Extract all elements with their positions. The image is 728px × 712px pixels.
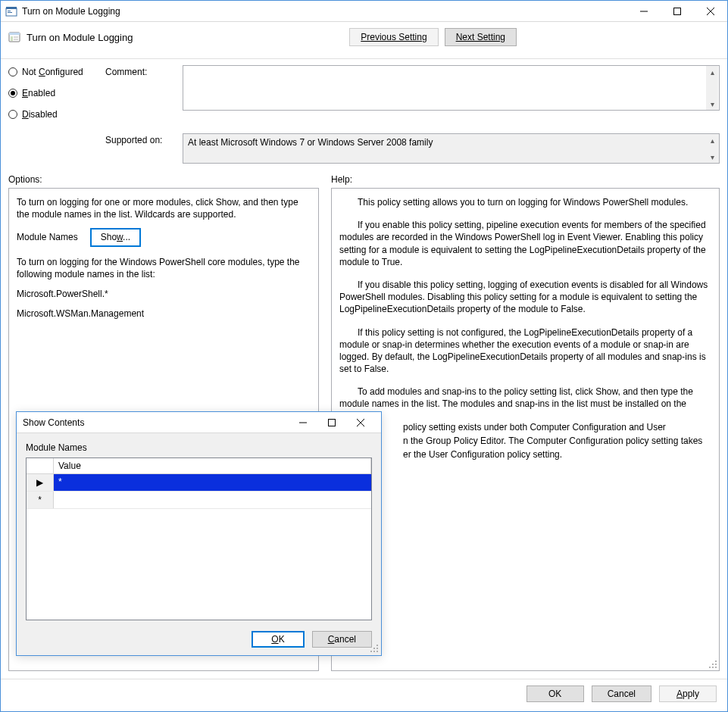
dialog-window-controls (289, 412, 375, 433)
titlebar-text: Turn on Module Logging (22, 6, 627, 17)
comment-label: Comment: (105, 65, 169, 120)
dialog-footer-main: OK Cancel Apply (1, 679, 727, 711)
supported-scrollbar[interactable]: ▴ ▾ (706, 134, 718, 163)
grid-row-marker[interactable]: * (27, 492, 54, 508)
grid-value-cell[interactable] (54, 492, 371, 508)
options-p2: To turn on logging for the Windows Power… (17, 256, 311, 280)
section-labels: Options: Help: (1, 171, 727, 188)
help-p7: n the Group Policy Editor. The Computer … (339, 435, 711, 447)
help-p3: If you disable this policy setting, logg… (339, 279, 711, 316)
state-radios: Not Configured Enabled Disabled (8, 65, 92, 120)
show-button[interactable]: Show... (90, 228, 141, 246)
main-apply-button: Apply (659, 685, 717, 702)
svg-rect-10 (11, 36, 13, 41)
dialog-body: Module Names Value ▶** (17, 433, 381, 625)
svg-rect-1 (6, 7, 17, 9)
comment-scrollbar[interactable]: ▴ ▾ (706, 66, 718, 110)
options-p3: Microsoft.PowerShell.* (17, 288, 311, 300)
svg-rect-12 (14, 39, 18, 40)
radio-disabled[interactable]: Disabled (8, 109, 92, 120)
supported-row: Supported on: At least Microsoft Windows… (8, 133, 720, 164)
svg-point-17 (712, 667, 714, 668)
window-controls (627, 1, 727, 21)
radio-icon (8, 67, 17, 77)
help-p4: If this policy setting is not configured… (339, 326, 711, 376)
radio-icon (8, 110, 17, 119)
policy-icon (8, 31, 20, 43)
radio-not-configured[interactable]: Not Configured (8, 67, 92, 77)
svg-rect-5 (674, 8, 681, 14)
policy-header: Turn on Module Logging Previous Setting … (1, 22, 727, 59)
dialog-ok-button[interactable]: OK (252, 631, 304, 648)
grid-value-cell[interactable]: * (54, 474, 371, 491)
dialog-footer: OK Cancel (17, 625, 381, 655)
module-names-row: Module Names Show... (17, 228, 311, 246)
help-p5: To add modules and snap-ins to the polic… (339, 386, 711, 410)
minimize-button[interactable] (627, 1, 661, 21)
grid-row-marker[interactable]: ▶ (27, 474, 54, 491)
previous-setting-button: Previous Setting (349, 28, 438, 46)
panels: To turn on logging for one or more modul… (1, 188, 727, 679)
svg-point-15 (712, 664, 714, 665)
grid-col-value[interactable]: Value (54, 458, 371, 473)
dialog-maximize-button[interactable] (317, 412, 346, 433)
scroll-up-icon[interactable]: ▴ (706, 66, 718, 78)
dialog-title: Show Contents (23, 417, 289, 428)
config-top: Not Configured Enabled Disabled Comment:… (8, 65, 720, 120)
main-cancel-button[interactable]: Cancel (592, 685, 651, 702)
svg-rect-9 (9, 33, 20, 35)
options-label: Options: (8, 174, 319, 185)
svg-rect-3 (8, 12, 12, 13)
svg-point-24 (376, 648, 378, 649)
next-setting-button[interactable]: Next Setting (445, 28, 517, 46)
supported-label: Supported on: (105, 133, 169, 164)
help-label: Help: (331, 174, 720, 185)
svg-point-25 (373, 648, 375, 649)
svg-point-27 (373, 651, 375, 652)
help-panel: This policy setting allows you to turn o… (331, 188, 720, 671)
svg-rect-20 (329, 419, 336, 426)
scroll-down-icon[interactable]: ▾ (706, 98, 718, 110)
options-p4: Microsoft.WSMan.Management (17, 308, 311, 320)
gpedit-icon (5, 5, 17, 17)
svg-point-26 (376, 651, 378, 652)
svg-point-18 (709, 667, 711, 668)
grid-row[interactable]: ▶* (27, 474, 371, 492)
scroll-down-icon[interactable]: ▾ (706, 151, 718, 163)
comment-textbox[interactable]: ▴ ▾ (183, 65, 720, 111)
policy-title: Turn on Module Logging (27, 32, 133, 43)
module-names-label: Module Names (17, 231, 78, 243)
close-button[interactable] (694, 1, 727, 21)
dialog-close-button[interactable] (346, 412, 375, 433)
svg-point-23 (376, 645, 378, 646)
svg-rect-11 (14, 36, 18, 38)
dialog-cancel-button[interactable]: Cancel (312, 631, 372, 648)
dialog-minimize-button[interactable] (289, 412, 317, 433)
comment-field-wrap: ▴ ▾ (183, 65, 720, 120)
svg-point-14 (715, 664, 717, 665)
supported-field: At least Microsoft Windows 7 or Windows … (183, 133, 720, 164)
maximize-button[interactable] (661, 1, 694, 21)
grid-row[interactable]: * (27, 492, 371, 509)
radio-icon (8, 89, 17, 98)
main-ok-button[interactable]: OK (526, 685, 584, 702)
show-contents-dialog: Show Contents Module Names (16, 411, 382, 656)
dialog-titlebar: Show Contents (17, 412, 381, 433)
scroll-up-icon[interactable]: ▴ (706, 134, 718, 146)
help-p8: er the User Configuration policy setting… (339, 448, 711, 461)
dialog-label: Module Names (26, 442, 372, 453)
supported-text: At least Microsoft Windows 7 or Windows … (188, 137, 433, 148)
gpedit-window: Turn on Module Logging Turn on Module Lo… (0, 0, 728, 712)
config-zone: Not Configured Enabled Disabled Comment:… (1, 59, 727, 171)
svg-point-13 (715, 660, 717, 662)
radio-enabled[interactable]: Enabled (8, 88, 92, 98)
module-names-grid[interactable]: Value ▶** (26, 457, 372, 620)
help-p2: If you enable this policy setting, pipel… (339, 219, 711, 268)
svg-rect-2 (8, 11, 11, 11)
dialog-resize-grip-icon[interactable] (370, 644, 379, 653)
svg-point-28 (370, 651, 372, 652)
grid-corner[interactable] (27, 458, 54, 473)
titlebar: Turn on Module Logging (1, 1, 727, 22)
help-p1: This policy setting allows you to turn o… (339, 196, 711, 208)
resize-grip-icon[interactable] (708, 660, 717, 669)
